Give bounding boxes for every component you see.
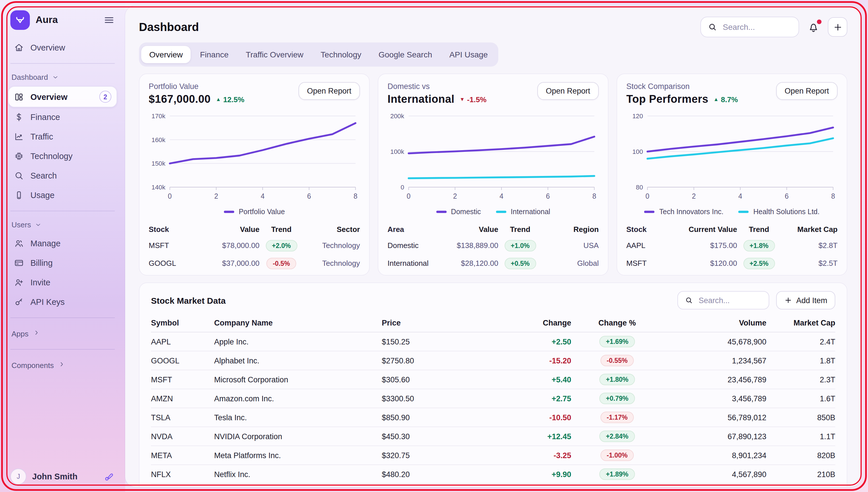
sidebar-item-label: Billing bbox=[30, 259, 52, 268]
section-label-users[interactable]: Users bbox=[8, 217, 117, 233]
legend-label: Health Solutions Ltd. bbox=[753, 208, 820, 216]
open-report-button[interactable]: Open Report bbox=[298, 82, 360, 100]
pct-cell: +1.69% bbox=[571, 336, 663, 347]
svg-text:140k: 140k bbox=[152, 184, 166, 191]
table-row-msft[interactable]: MSFTMicrosoft Corporation$305.60+5.40+1.… bbox=[151, 370, 835, 389]
sidebar-link-components[interactable]: Components bbox=[8, 355, 117, 375]
table-row-nflx[interactable]: NFLXNetflix Inc.$480.20+9.90+1.89%4,567,… bbox=[151, 465, 835, 484]
tab-technology[interactable]: Technology bbox=[313, 46, 369, 63]
sidebar-item-traffic[interactable]: Traffic bbox=[8, 127, 117, 146]
table-search-input[interactable] bbox=[697, 295, 762, 305]
table-row-tsla[interactable]: TSLATesla Inc.$850.90-10.50-1.17%56,789,… bbox=[151, 408, 835, 427]
sidebar-item-label: Technology bbox=[30, 152, 73, 161]
menu-icon[interactable] bbox=[103, 14, 115, 26]
table-row[interactable]: MSFT$78,000.00+2.0%Technology bbox=[149, 237, 360, 254]
cell: AAPL bbox=[626, 241, 678, 250]
stock-market-table: SymbolCompany NamePriceChangeChange %Vol… bbox=[151, 314, 835, 484]
notifications-bell-icon[interactable] bbox=[807, 21, 820, 33]
table-row[interactable]: International$28,120.00+0.5%Global bbox=[388, 254, 599, 272]
card-mini-table: StockValueTrendSectorMSFT$78,000.00+2.0%… bbox=[149, 222, 360, 272]
theme-brush-icon[interactable] bbox=[104, 471, 115, 482]
svg-text:8: 8 bbox=[354, 192, 357, 200]
table-row[interactable]: GOOGL$37,000.00-0.5%Technology bbox=[149, 254, 360, 272]
sidebar-item-finance[interactable]: Finance bbox=[8, 107, 117, 127]
sidebar-link-apps[interactable]: Apps bbox=[8, 324, 117, 343]
sidebar-item-label: Overview bbox=[30, 92, 68, 101]
mcap-cell: 2.4T bbox=[766, 337, 835, 346]
section-label-dashboard[interactable]: Dashboard bbox=[8, 70, 117, 86]
table-row[interactable]: MSFT$120.00+2.5%$2.5T bbox=[626, 254, 838, 272]
column-header: Current Value bbox=[678, 225, 737, 233]
sidebar-item-overview[interactable]: Overview bbox=[8, 38, 117, 57]
tab-overview[interactable]: Overview bbox=[141, 46, 191, 63]
table-row[interactable]: AAPL$175.00+1.8%$2.8T bbox=[626, 237, 838, 254]
sidebar-link-label: Apps bbox=[11, 329, 28, 338]
table-row-aapl[interactable]: AAPLApple Inc.$150.25+2.50+1.69%45,678,9… bbox=[151, 333, 835, 351]
table-row-nvda[interactable]: NVDANVIDIA Corporation$450.30+12.45+2.84… bbox=[151, 427, 835, 446]
price-cell: $480.20 bbox=[382, 470, 497, 478]
column-header: Value bbox=[200, 225, 259, 233]
volume-cell: 67,890,123 bbox=[663, 432, 766, 441]
svg-text:200k: 200k bbox=[390, 113, 404, 120]
symbol-cell: GOOGL bbox=[151, 356, 214, 365]
cell: -0.5% bbox=[259, 257, 303, 269]
cell: MSFT bbox=[149, 241, 200, 250]
table-row-googl[interactable]: GOOGLAlphabet Inc.$2750.80-15.20-0.55%1,… bbox=[151, 351, 835, 370]
chart-icon bbox=[14, 131, 24, 142]
company-cell: Alphabet Inc. bbox=[214, 356, 382, 365]
legend-item-international: International bbox=[496, 208, 550, 216]
sidebar-item-manage[interactable]: Manage bbox=[8, 233, 117, 253]
table-row-amzn[interactable]: AMZNAmazon.com Inc.$3300.50+2.75+0.79%3,… bbox=[151, 389, 835, 408]
legend-item-domestic: Domestic bbox=[436, 208, 481, 216]
add-item-label: Add Item bbox=[796, 296, 827, 304]
tab-api-usage[interactable]: API Usage bbox=[442, 46, 496, 63]
table-search[interactable] bbox=[677, 291, 769, 310]
card-mini-table: StockCurrent ValueTrendMarket CapAAPL$17… bbox=[626, 222, 838, 272]
cell: +1.0% bbox=[498, 240, 542, 251]
price-cell: $3300.50 bbox=[382, 394, 497, 403]
add-item-button[interactable]: Add Item bbox=[776, 291, 835, 310]
sidebar-item-technology[interactable]: Technology bbox=[8, 146, 117, 166]
table-row-meta[interactable]: METAMeta Platforms Inc.$320.75-3.25-1.00… bbox=[151, 446, 835, 465]
legend-item-tech-innovators-inc-: Tech Innovators Inc. bbox=[644, 208, 724, 216]
column-header: Sector bbox=[303, 225, 360, 233]
table-row[interactable]: Domestic$138,889.00+1.0%USA bbox=[388, 237, 599, 254]
sidebar: Aura Overview DashboardOverview2FinanceT… bbox=[0, 0, 125, 492]
sidebar-item-billing[interactable]: Billing bbox=[8, 253, 117, 273]
chart-legend: Portfolio Value bbox=[149, 208, 360, 216]
mcap-cell: 1.6T bbox=[766, 394, 835, 403]
open-report-button[interactable]: Open Report bbox=[776, 82, 838, 100]
sidebar-item-overview[interactable]: Overview2 bbox=[8, 86, 117, 107]
svg-text:150k: 150k bbox=[152, 160, 166, 167]
key-icon bbox=[14, 297, 24, 307]
cell: +2.0% bbox=[259, 240, 303, 251]
sidebar-item-usage[interactable]: Usage bbox=[8, 186, 117, 205]
search-icon bbox=[708, 22, 717, 31]
trend-badge: +0.5% bbox=[504, 257, 536, 269]
divider bbox=[10, 63, 115, 64]
column-header: Market Cap bbox=[766, 319, 835, 327]
legend-swatch bbox=[496, 211, 506, 213]
pct-cell: -1.17% bbox=[571, 412, 663, 423]
change-cell: +9.90 bbox=[497, 470, 571, 478]
change-cell: +2.50 bbox=[497, 337, 571, 346]
sidebar-item-invite[interactable]: Invite bbox=[8, 273, 117, 292]
tab-finance[interactable]: Finance bbox=[192, 46, 237, 63]
volume-cell: 56,789,012 bbox=[663, 413, 766, 422]
sidebar-item-api-keys[interactable]: API Keys bbox=[8, 292, 117, 312]
search-input[interactable] bbox=[722, 22, 792, 32]
add-button[interactable] bbox=[828, 17, 847, 37]
header-search[interactable] bbox=[700, 17, 799, 37]
item-badge: 2 bbox=[99, 91, 111, 103]
company-cell: Apple Inc. bbox=[214, 337, 382, 346]
user-row[interactable]: J John Smith bbox=[8, 468, 117, 485]
legend-item-health-solutions-ltd-: Health Solutions Ltd. bbox=[739, 208, 820, 216]
section-label-text: Users bbox=[11, 220, 31, 229]
page-title: Dashboard bbox=[139, 20, 700, 33]
open-report-button[interactable]: Open Report bbox=[537, 82, 599, 100]
volume-cell: 4,567,890 bbox=[663, 470, 766, 478]
tab-google-search[interactable]: Google Search bbox=[371, 46, 440, 63]
sidebar-item-search[interactable]: Search bbox=[8, 166, 117, 186]
tab-traffic-overview[interactable]: Traffic Overview bbox=[238, 46, 312, 63]
svg-text:8: 8 bbox=[831, 192, 835, 200]
